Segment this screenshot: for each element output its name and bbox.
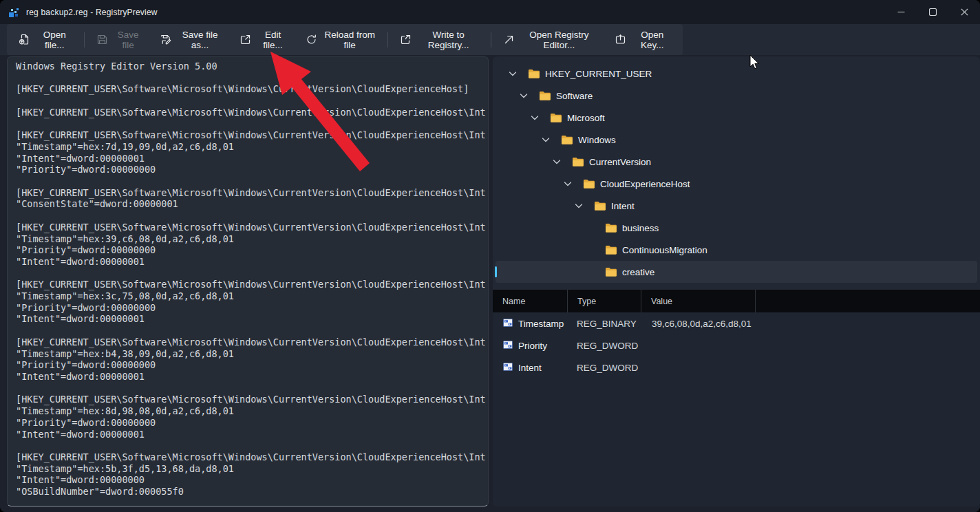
column-header-name[interactable]: Name — [493, 290, 568, 312]
folder-icon — [550, 113, 562, 122]
reload-from-file-button[interactable]: Reload from file — [297, 28, 385, 52]
open-key-icon — [615, 34, 626, 45]
tree-item-creative[interactable]: creative — [496, 261, 977, 283]
tree-item-microsoft[interactable]: Microsoft — [496, 107, 977, 129]
chevron-down-icon[interactable] — [564, 182, 583, 186]
column-header-value[interactable]: Value — [641, 290, 756, 312]
tree-item-label: business — [622, 223, 659, 233]
content-area: Windows Registry Editor Version 5.00 [HK… — [0, 55, 980, 512]
folder-icon — [605, 223, 617, 233]
tree-item-currentversion[interactable]: CurrentVersion — [496, 151, 977, 173]
window-title: reg backup2.reg - RegistryPreview — [26, 8, 158, 17]
open-registry-editor-label: Open Registry Editor... — [522, 30, 597, 50]
chevron-down-icon[interactable] — [553, 160, 572, 164]
save-file-as-label: Save file as... — [178, 30, 222, 50]
folder-icon — [572, 157, 584, 167]
registry-dword-value-icon — [502, 339, 513, 352]
tree-item-windows[interactable]: Windows — [496, 129, 977, 151]
value-row-priority[interactable]: Priority REG_DWORD — [493, 334, 980, 356]
value-grid-header: Name Type Value — [493, 290, 980, 312]
value-grid: Timestamp REG_BINARY 39,c6,08,0d,a2,c6,d… — [493, 312, 980, 506]
reload-icon — [306, 34, 317, 45]
titlebar: reg backup2.reg - RegistryPreview — [0, 0, 980, 24]
save-file-button[interactable]: Save file — [87, 28, 151, 52]
reload-from-file-label: Reload from file — [324, 30, 376, 50]
save-file-as-icon — [160, 34, 171, 45]
edit-file-icon — [239, 34, 251, 45]
value-name: Timestamp — [518, 319, 564, 329]
toolbar-separator — [84, 32, 85, 47]
tree-item-intent[interactable]: Intent — [496, 195, 977, 217]
folder-icon — [583, 179, 595, 189]
tree-item-label: ContinuousMigration — [622, 245, 707, 255]
value-row-intent[interactable]: Intent REG_DWORD — [493, 356, 980, 378]
open-file-label: Open file... — [37, 30, 72, 50]
chevron-down-icon[interactable] — [531, 116, 550, 120]
registry-dword-value-icon — [502, 361, 513, 374]
write-to-registry-label: Write to Registry... — [418, 30, 479, 50]
value-name: Intent — [518, 363, 542, 373]
save-file-label: Save file — [115, 30, 142, 50]
value-name: Priority — [518, 341, 547, 351]
folder-icon — [539, 91, 551, 100]
tree-item-label: Microsoft — [567, 113, 605, 123]
toolbar-band: Open file... Save file — [0, 24, 980, 55]
chevron-down-icon[interactable] — [509, 72, 528, 76]
app-icon — [8, 7, 19, 18]
chevron-down-icon[interactable] — [520, 94, 539, 98]
open-file-button[interactable]: Open file... — [10, 28, 81, 52]
folder-icon — [605, 245, 617, 255]
tree-item-label: Intent — [611, 201, 635, 211]
open-key-button[interactable]: Open Key... — [606, 28, 680, 52]
tree-item-software[interactable]: Software — [496, 85, 977, 107]
save-file-icon — [96, 34, 108, 45]
open-file-icon — [19, 34, 30, 45]
edit-file-button[interactable]: Edit file... — [231, 28, 296, 52]
chevron-down-icon[interactable] — [575, 204, 594, 209]
value-row-timestamp[interactable]: Timestamp REG_BINARY 39,c6,08,0d,a2,c6,d… — [493, 312, 980, 334]
toolbar: Open file... Save file — [7, 24, 683, 55]
maximize-button[interactable] — [917, 0, 948, 24]
value-data: 39,c6,08,0d,a2,c6,d8,01 — [641, 319, 752, 329]
registry-preview-panel: HKEY_CURRENT_USER Software Microsoft Win… — [493, 56, 980, 506]
tree-item-label: Windows — [578, 135, 616, 145]
minimize-button[interactable] — [885, 0, 917, 24]
folder-icon — [528, 69, 540, 78]
registry-binary-value-icon — [502, 317, 513, 330]
tree-item-cloudexperiencehost[interactable]: CloudExperienceHost — [496, 173, 977, 195]
tree-item-continuousmigration[interactable]: ContinuousMigration — [496, 239, 977, 261]
edit-file-label: Edit file... — [258, 30, 287, 50]
tree-item-label: HKEY_CURRENT_USER — [545, 69, 652, 79]
folder-icon — [561, 135, 573, 145]
close-button[interactable] — [948, 0, 980, 24]
maximize-icon — [929, 8, 937, 16]
open-registry-editor-button[interactable]: Open Registry Editor... — [494, 28, 606, 52]
toolbar-separator — [491, 32, 491, 47]
toolbar-separator — [387, 32, 388, 47]
value-type: REG_DWORD — [568, 363, 641, 373]
registry-tree: HKEY_CURRENT_USER Software Microsoft Win… — [496, 63, 977, 283]
save-file-as-button[interactable]: Save file as... — [151, 28, 231, 52]
registry-file-editor[interactable]: Windows Registry Editor Version 5.00 [HK… — [7, 56, 489, 506]
minimize-icon — [897, 8, 905, 16]
column-header-type[interactable]: Type — [568, 290, 641, 312]
value-type: REG_BINARY — [568, 319, 641, 329]
open-key-label: Open Key... — [633, 30, 671, 50]
open-registry-editor-icon — [503, 34, 515, 45]
folder-icon — [605, 267, 617, 277]
tree-item-hkey-current-user[interactable]: HKEY_CURRENT_USER — [496, 63, 977, 85]
tree-item-business[interactable]: business — [496, 217, 977, 239]
write-registry-icon — [400, 34, 412, 45]
chevron-down-icon[interactable] — [542, 138, 561, 142]
app-window: reg backup2.reg - RegistryPreview — [0, 0, 980, 512]
folder-icon — [594, 201, 606, 211]
write-to-registry-button[interactable]: Write to Registry... — [391, 28, 488, 52]
column-header-filler — [756, 290, 980, 312]
tree-item-label: Software — [556, 91, 593, 101]
value-type: REG_DWORD — [568, 341, 641, 351]
window-controls — [885, 0, 980, 24]
tree-item-label: CloudExperienceHost — [600, 179, 690, 189]
tree-item-label: CurrentVersion — [589, 157, 651, 167]
tree-item-label: creative — [622, 267, 654, 277]
selection-accent-bar — [495, 266, 497, 277]
